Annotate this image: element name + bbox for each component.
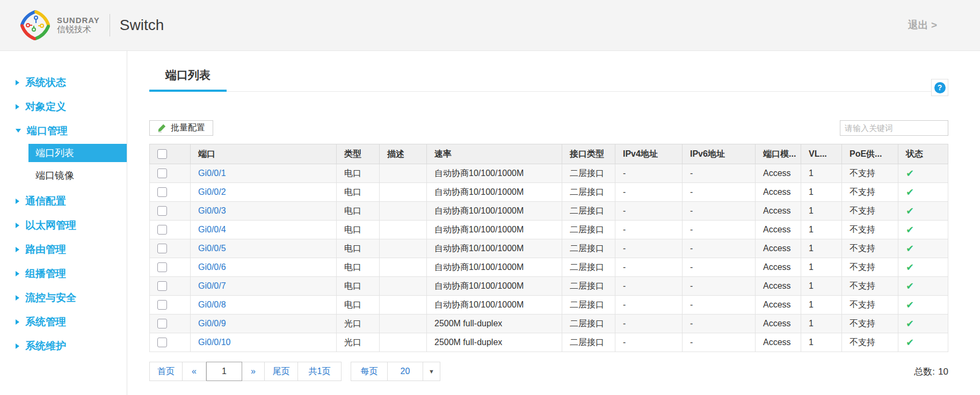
row-checkbox[interactable]: [157, 262, 167, 272]
type-cell: 电口: [337, 239, 380, 258]
port-link[interactable]: Gi0/0/9: [198, 319, 226, 328]
logout-button[interactable]: 退出 >: [908, 18, 937, 32]
sidebar-item-system-management[interactable]: 系统管理: [0, 310, 127, 334]
row-checkbox[interactable]: [157, 225, 167, 235]
port-mode-cell: Access: [756, 202, 801, 221]
sidebar-item-ethernet-management[interactable]: 以太网管理: [0, 213, 127, 237]
row-checkbox[interactable]: [157, 244, 167, 253]
per-page-value[interactable]: 20: [388, 362, 423, 381]
port-cell: Gi0/0/10: [191, 333, 337, 352]
port-link[interactable]: Gi0/0/5: [198, 244, 226, 253]
status-up-check-icon: ✔: [906, 187, 914, 198]
poe-cell: 不支持: [842, 296, 898, 314]
help-button[interactable]: ?: [931, 79, 948, 96]
last-page-button[interactable]: 尾页: [265, 362, 298, 381]
sidebar-subitem-port-list[interactable]: 端口列表: [28, 144, 127, 162]
port-cell: Gi0/0/7: [191, 277, 337, 296]
port-link[interactable]: Gi0/0/10: [198, 338, 230, 347]
main-content: 端口列表 ? 批量配置: [127, 51, 980, 395]
prev-page-button[interactable]: «: [183, 362, 206, 381]
interface-type-cell: 二层接口: [562, 183, 615, 202]
interface-type-cell: 二层接口: [562, 202, 615, 221]
caret-right-icon: [16, 319, 19, 325]
speed-cell: 2500M full-duplex: [427, 314, 562, 333]
row-checkbox[interactable]: [157, 319, 167, 328]
port-link[interactable]: Gi0/0/1: [198, 169, 226, 178]
table-row: Gi0/0/3 电口 自动协商10/100/1000M 二层接口 - - Acc…: [150, 202, 948, 221]
row-checkbox[interactable]: [157, 206, 167, 216]
batch-config-button[interactable]: 批量配置: [149, 120, 213, 136]
caret-down-icon: [16, 129, 21, 133]
status-up-check-icon: ✔: [906, 168, 914, 179]
search-input[interactable]: [840, 120, 948, 136]
top-header: SUNDRAY 信锐技术 Switch 退出 >: [0, 0, 980, 51]
column-header-port-mode: 端口模...: [756, 144, 801, 164]
port-cell: Gi0/0/6: [191, 258, 337, 277]
page-number-input[interactable]: [206, 362, 242, 381]
row-checkbox-cell: [150, 258, 191, 277]
ipv6-cell: -: [683, 258, 756, 277]
poe-cell: 不支持: [842, 239, 898, 258]
row-checkbox[interactable]: [157, 187, 167, 197]
description-cell: [380, 258, 427, 277]
port-link[interactable]: Gi0/0/8: [198, 300, 226, 309]
sidebar-item-port-management[interactable]: 端口管理: [0, 119, 127, 143]
vlan-cell: 1: [801, 183, 842, 202]
status-cell: ✔: [898, 239, 948, 258]
sidebar-subitem-label: 端口镜像: [35, 169, 74, 182]
speed-cell: 自动协商10/100/1000M: [427, 164, 562, 183]
pagination-row: 首页 « » 尾页 共1页 每页 20 ▼ 总数:10: [149, 362, 948, 381]
per-page-dropdown-button[interactable]: ▼: [423, 362, 440, 381]
type-cell: 电口: [337, 296, 380, 314]
sidebar-item-flow-control-security[interactable]: 流控与安全: [0, 286, 127, 310]
poe-cell: 不支持: [842, 202, 898, 221]
row-checkbox[interactable]: [157, 281, 167, 291]
port-link[interactable]: Gi0/0/2: [198, 187, 226, 196]
sidebar-item-system-status[interactable]: 系统状态: [0, 70, 127, 94]
ipv4-cell: -: [615, 202, 683, 221]
status-cell: ✔: [898, 202, 948, 221]
ipv4-cell: -: [615, 277, 683, 296]
description-cell: [380, 277, 427, 296]
port-link[interactable]: Gi0/0/7: [198, 281, 226, 290]
port-cell: Gi0/0/5: [191, 239, 337, 258]
ipv6-cell: -: [683, 333, 756, 352]
sidebar-subitem-port-mirroring[interactable]: 端口镜像: [28, 166, 127, 185]
port-cell: Gi0/0/1: [191, 164, 337, 183]
row-checkbox-cell: [150, 221, 191, 239]
status-up-check-icon: ✔: [906, 243, 914, 254]
row-checkbox[interactable]: [157, 300, 167, 310]
row-checkbox[interactable]: [157, 169, 167, 178]
poe-cell: 不支持: [842, 314, 898, 333]
row-checkbox[interactable]: [157, 338, 167, 347]
ipv4-cell: -: [615, 239, 683, 258]
vlan-cell: 1: [801, 296, 842, 314]
status-cell: ✔: [898, 164, 948, 183]
first-page-button[interactable]: 首页: [150, 362, 183, 381]
sidebar-item-system-maintenance[interactable]: 系统维护: [0, 334, 127, 358]
sidebar-item-object-definition[interactable]: 对象定义: [0, 94, 127, 119]
ipv4-cell: -: [615, 296, 683, 314]
sidebar-item-routing-management[interactable]: 路由管理: [0, 237, 127, 261]
status-up-check-icon: ✔: [906, 318, 914, 329]
ipv6-cell: -: [683, 183, 756, 202]
sidebar-item-multicast-management[interactable]: 组播管理: [0, 261, 127, 286]
tab-port-list[interactable]: 端口列表: [149, 63, 227, 92]
type-cell: 电口: [337, 221, 380, 239]
sidebar-item-communication-config[interactable]: 通信配置: [0, 189, 127, 213]
port-link[interactable]: Gi0/0/6: [198, 262, 226, 272]
total-count: 总数:10: [914, 365, 948, 378]
caret-right-icon: [16, 223, 19, 228]
port-mode-cell: Access: [756, 296, 801, 314]
port-link[interactable]: Gi0/0/4: [198, 225, 226, 234]
port-link[interactable]: Gi0/0/3: [198, 206, 226, 215]
column-header-ipv6: IPv6地址: [683, 144, 756, 164]
select-all-checkbox[interactable]: [157, 149, 167, 159]
row-checkbox-cell: [150, 164, 191, 183]
type-cell: 电口: [337, 202, 380, 221]
description-cell: [380, 333, 427, 352]
row-checkbox-cell: [150, 277, 191, 296]
status-up-check-icon: ✔: [906, 206, 914, 216]
next-page-button[interactable]: »: [242, 362, 265, 381]
port-cell: Gi0/0/2: [191, 183, 337, 202]
